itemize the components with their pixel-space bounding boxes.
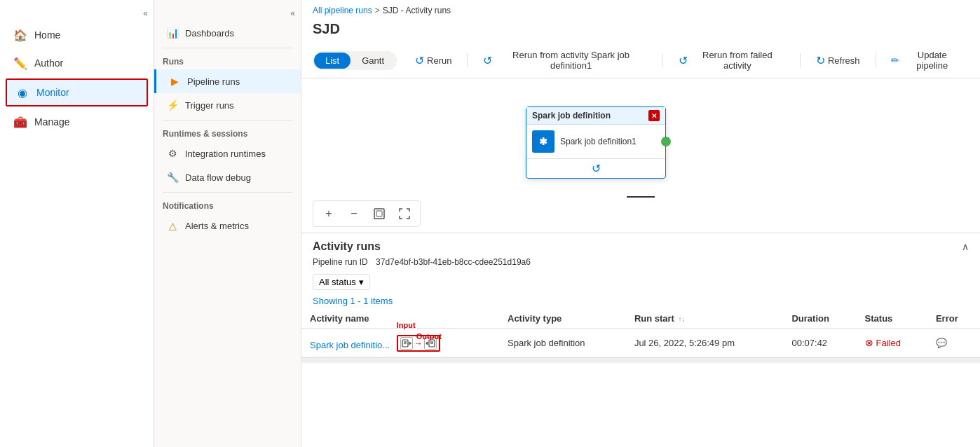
second-nav-collapse[interactable]: « [154, 6, 301, 21]
horizontal-scrollbar[interactable] [301, 357, 980, 363]
canvas-divider-line [627, 196, 655, 198]
col-run-start[interactable]: Run start ↑↓ [626, 309, 784, 329]
nav-section-runtimes: Runtimes & sessions [154, 123, 301, 142]
col-error: Error [927, 309, 980, 329]
nav-section-notifications: Notifications [154, 195, 301, 214]
input-icon-btn[interactable] [400, 337, 413, 350]
nav-divider-1 [163, 48, 292, 48]
rerun-button[interactable]: ↺ Rerun [408, 51, 458, 70]
fullscreen-button[interactable] [395, 204, 414, 224]
update-pipeline-button[interactable]: ✏ Update pipeline [884, 47, 969, 74]
pipeline-runs-icon: ▶ [168, 74, 182, 88]
rerun-icon: ↺ [415, 54, 424, 67]
tab-list[interactable]: List [314, 53, 351, 69]
second-nav-item-trigger-runs[interactable]: ⚡ Trigger runs [154, 93, 301, 117]
second-navigation: « 📊 Dashboards Runs ▶ Pipeline runs ⚡ Tr… [154, 0, 301, 447]
breadcrumb-all-pipeline-runs[interactable]: All pipeline runs [313, 6, 372, 15]
col-status: Status [857, 309, 927, 329]
main-navigation: « 🏠 Home ✏️ Author ◉ Monitor 🧰 Manage [0, 0, 154, 447]
showing-text: Showing 1 - 1 items [301, 293, 980, 309]
activity-runs-table-container: Activity name Activity type Run start ↑↓… [301, 309, 980, 357]
activity-name-link[interactable]: Spark job definitio... [310, 340, 390, 350]
breadcrumb-current: SJD - Activity runs [383, 6, 451, 15]
table-body: Spark job definitio... Input Output [301, 329, 980, 357]
activity-runs-section: Activity runs ∧ Pipeline run ID 37d7e4bf… [301, 233, 980, 357]
card-header-title: Spark job definition [532, 111, 611, 121]
table-row: Spark job definitio... Input Output [301, 329, 980, 357]
toolbar-divider-4 [876, 53, 876, 67]
page-title: SJD [301, 18, 980, 43]
nav-section-runs: Runs [154, 51, 301, 69]
sidebar-item-author-label: Author [34, 57, 63, 69]
toolbar-divider-3 [800, 53, 801, 67]
nav-divider-2 [163, 120, 292, 121]
main-nav-collapse[interactable]: « [0, 6, 154, 21]
second-nav-item-pipeline-runs[interactable]: ▶ Pipeline runs [154, 69, 301, 93]
filter-row: All status ▾ [301, 271, 980, 293]
card-body: ✱ Spark job definition1 [526, 125, 665, 158]
all-status-filter[interactable]: All status ▾ [313, 274, 370, 290]
activity-runs-header: Activity runs ∧ [301, 233, 980, 256]
pipeline-run-id-row: Pipeline run ID 37d7e4bf-b3bf-41eb-b8cc-… [301, 256, 980, 271]
sidebar-item-monitor[interactable]: ◉ Monitor [6, 78, 148, 106]
zoom-out-button[interactable]: − [344, 204, 364, 224]
sidebar-item-manage-label: Manage [34, 116, 70, 128]
toolbar-divider-2 [662, 53, 663, 67]
second-nav-item-integration-runtimes[interactable]: ⚙ Integration runtimes [154, 142, 301, 165]
status-failed-icon: ⊗ [865, 337, 873, 348]
nav-divider-3 [163, 192, 292, 193]
card-connector-right [661, 137, 671, 146]
integration-runtimes-icon: ⚙ [165, 146, 179, 160]
dashboards-icon: 📊 [165, 26, 179, 40]
rerun-from-failed-button[interactable]: ↺ Rerun from failed activity [672, 47, 791, 74]
spark-icon: ✱ [539, 136, 547, 147]
sidebar-item-home[interactable]: 🏠 Home [0, 21, 154, 49]
canvas-toolbar: + − [313, 200, 421, 227]
second-nav-item-alerts-metrics[interactable]: △ Alerts & metrics [154, 214, 301, 238]
second-nav-item-data-flow-debug[interactable]: 🔧 Data flow debug [154, 165, 301, 189]
fit-view-icon [374, 208, 385, 219]
svg-rect-1 [376, 211, 382, 216]
fit-view-button[interactable] [369, 204, 389, 224]
sidebar-item-monitor-label: Monitor [36, 87, 69, 98]
second-nav-item-dashboards[interactable]: 📊 Dashboards [154, 21, 301, 45]
cell-error: 💬 [927, 329, 980, 357]
cell-activity-name: Spark job definitio... Input Output [301, 329, 499, 357]
svg-rect-0 [374, 209, 384, 219]
main-content: All pipeline runs > SJD - Activity runs … [301, 0, 980, 447]
input-annotation: Input [397, 321, 416, 329]
toolbar-divider-1 [467, 53, 468, 67]
card-footer: ↺ [526, 158, 665, 178]
card-activity-label: Spark job definition1 [560, 137, 637, 146]
collapse-up-button[interactable]: ∧ [962, 241, 969, 252]
sidebar-item-home-label: Home [34, 29, 60, 41]
trigger-runs-icon: ⚡ [165, 98, 179, 112]
rerun-from-activity-button[interactable]: ↺ Rerun from activity Spark job definiti… [476, 47, 653, 74]
card-close-button[interactable]: ✕ [648, 110, 660, 121]
spark-icon-box: ✱ [532, 130, 554, 153]
sidebar-item-author[interactable]: ✏️ Author [0, 49, 154, 77]
cell-duration: 00:07:42 [783, 329, 856, 357]
alerts-icon: △ [165, 219, 179, 233]
rerun-activity-icon: ↺ [483, 54, 492, 67]
card-footer-icon: ↺ [592, 162, 601, 175]
breadcrumb: All pipeline runs > SJD - Activity runs [301, 0, 980, 18]
col-activity-type: Activity type [499, 309, 626, 329]
activity-runs-table: Activity name Activity type Run start ↑↓… [301, 309, 980, 357]
monitor-icon: ◉ [15, 85, 29, 99]
view-tab-group: List Gantt [313, 51, 397, 70]
sidebar-item-manage[interactable]: 🧰 Manage [0, 108, 154, 136]
status-failed-badge: ⊗ Failed [865, 337, 919, 348]
refresh-button[interactable]: ↻ Refresh [809, 51, 867, 70]
zoom-in-button[interactable]: + [319, 204, 339, 224]
pipeline-canvas: Spark job definition ✕ ✱ Spark job defin… [301, 78, 980, 233]
pipeline-run-id-label: Pipeline run ID [313, 257, 368, 267]
fullscreen-icon [399, 208, 410, 219]
filter-label: All status [319, 277, 356, 287]
cell-activity-type: Spark job definition [499, 329, 626, 357]
cell-run-start: Jul 26, 2022, 5:26:49 pm [626, 329, 784, 357]
input-icon [402, 338, 411, 348]
error-message-icon[interactable]: 💬 [936, 338, 947, 348]
col-duration: Duration [783, 309, 856, 329]
tab-gantt[interactable]: Gantt [351, 53, 395, 69]
